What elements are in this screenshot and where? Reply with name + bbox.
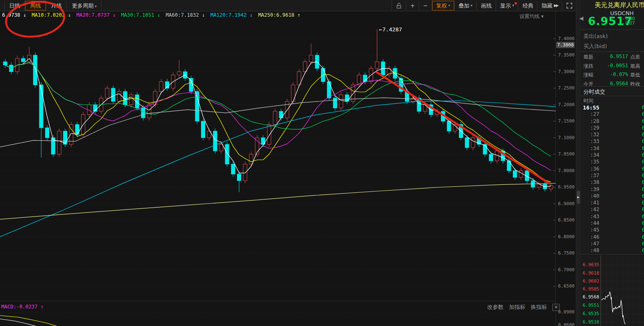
axis-label: 7.4000	[556, 36, 575, 41]
mini-chart-plot	[601, 255, 644, 326]
sidebar-collapse-icon[interactable]: ◀	[579, 15, 583, 21]
tick-row: :336	[581, 138, 644, 145]
divider	[581, 51, 644, 52]
fullscreen-button[interactable]	[562, 1, 577, 10]
zoom-in-button[interactable]: +	[406, 1, 419, 10]
candle	[45, 128, 49, 138]
tick-price: 6	[642, 234, 644, 240]
display-button[interactable]: 显示▾	[496, 1, 519, 10]
tick-row: :416	[581, 200, 644, 206]
tick-row: :296	[581, 125, 644, 132]
candle	[201, 121, 205, 138]
tick-row: :376	[581, 173, 644, 179]
tick-time: :48	[590, 247, 599, 253]
lock-button[interactable]	[392, 1, 406, 10]
axis-label: 7.0000	[556, 168, 575, 173]
candle	[285, 102, 289, 118]
period-tab-more-periods[interactable]: 更多周期 ▾	[67, 1, 102, 10]
candle	[213, 131, 217, 151]
candle	[345, 95, 349, 102]
candle	[375, 62, 379, 69]
classic-button[interactable]: 经典	[518, 1, 537, 10]
candle	[309, 55, 313, 62]
tick-time: :32	[590, 132, 599, 138]
mini-axis-label: 6.9618	[581, 270, 599, 276]
splitter-arrow-icon[interactable]: ▶	[577, 191, 580, 204]
gridlines	[0, 10, 556, 326]
tick-price: 6	[642, 125, 644, 131]
tick-time: :43	[590, 214, 599, 219]
tick-row: :436	[581, 214, 644, 220]
tick-row: :366	[581, 166, 644, 173]
mini-axis-label: 6.9635	[581, 262, 599, 267]
tick-price: 6	[642, 111, 644, 117]
tick-price: 6	[642, 145, 644, 151]
candle	[447, 121, 451, 131]
chevron-down-icon: ▾	[94, 4, 97, 8]
zoom-in-label: +	[410, 2, 415, 9]
candle	[231, 164, 235, 174]
draw-line-label: 画线	[481, 2, 492, 9]
candle	[64, 131, 67, 145]
tick-row: :276	[581, 111, 644, 118]
macd-axis-label: 0.0600	[556, 322, 575, 326]
period-tabs: 日线周线月线更多周期 ▾	[4, 0, 102, 11]
change-percent: - 0.07	[623, 21, 635, 25]
tick-row: :446	[581, 220, 644, 227]
axis-label: 7.1000	[556, 135, 575, 140]
candle	[39, 85, 43, 128]
tick-row: :426	[581, 206, 644, 213]
adjust-button[interactable]: 复权▾	[432, 1, 455, 10]
tick-row: :466	[581, 234, 644, 241]
candle	[105, 88, 109, 98]
fullscreen-icon	[566, 3, 573, 9]
candlestick-series	[3, 29, 553, 192]
tick-price: 6	[642, 173, 644, 178]
tick-price: 6	[642, 138, 644, 144]
period-tab-daily[interactable]: 日线	[4, 1, 25, 10]
divider	[581, 96, 644, 96]
axis-label: 6.8500	[556, 217, 575, 223]
mini-axis-label: 6.9551	[581, 303, 599, 308]
splitter-grip-icon: ⋮⋮	[578, 292, 579, 293]
tick-price: 6	[642, 132, 644, 138]
trend-line-annotation	[376, 72, 550, 184]
overlay-button[interactable]: 叠加▾	[454, 1, 477, 10]
tick-row: :286	[581, 118, 644, 125]
classic-label: 经典	[522, 2, 533, 9]
candle	[117, 92, 121, 102]
hide-button[interactable]: 隐藏▶▶	[537, 1, 562, 10]
tick-row: :486	[581, 247, 644, 254]
candle	[21, 59, 25, 62]
tick-time: :38	[590, 179, 599, 185]
overlay-label: 叠加	[458, 2, 469, 9]
tick-row: :356	[581, 159, 644, 166]
tick-time: :34	[590, 152, 599, 158]
trend-line	[376, 72, 550, 184]
quote-label: 最低	[630, 71, 640, 79]
candlestick-chart[interactable]: ←7.4287	[0, 10, 556, 326]
zoom-out-button[interactable]: −	[419, 1, 432, 10]
axis-label: 7.1500	[556, 118, 575, 124]
candle	[195, 92, 199, 121]
quote-label: 涨跌	[583, 63, 593, 70]
period-tab-monthly[interactable]: 月线	[46, 1, 67, 10]
tick-time: :42	[590, 206, 599, 212]
candle	[327, 82, 331, 98]
add-indicator-button[interactable]: 加指标	[509, 303, 525, 311]
param-edit-button[interactable]: 改参数	[487, 303, 504, 311]
tick-row: :456	[581, 227, 644, 234]
quote-value: -0.07%	[610, 71, 628, 77]
tick-price: 6	[642, 152, 644, 158]
macd-value-label: MACD:-0.0237 ↑	[1, 304, 43, 310]
chevron-down-icon: ▾	[471, 2, 473, 9]
tick-time-list[interactable]: 16:556:276:286:296:326:336:346:346:356:3…	[581, 104, 644, 254]
axis-label: 6.9500	[556, 184, 575, 190]
chevron-down-icon: ▾	[448, 2, 451, 9]
switch-indicator-button[interactable]: 换指标	[531, 303, 547, 311]
candle	[291, 85, 295, 102]
candle	[147, 105, 151, 118]
draw-line-button[interactable]: 画线	[477, 1, 496, 10]
macd-axis-label: 0.0900	[556, 309, 575, 315]
period-tab-weekly[interactable]: 周线	[25, 1, 46, 10]
